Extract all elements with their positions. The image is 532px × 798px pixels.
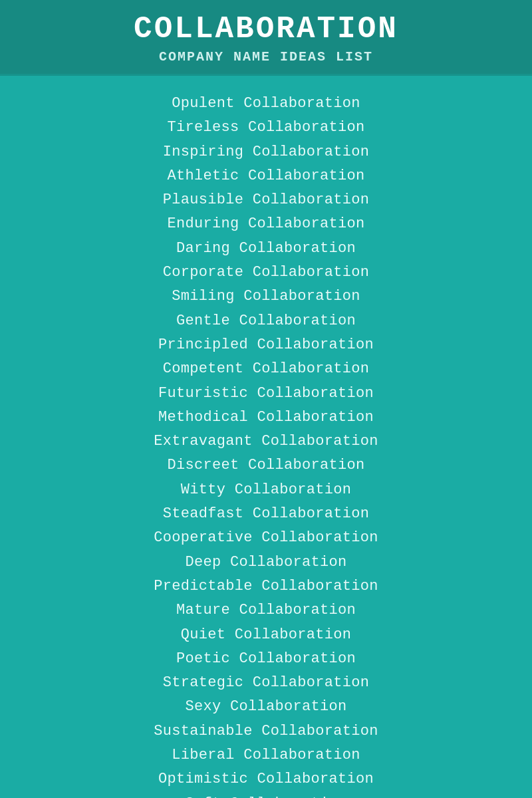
list-item: Liberal Collaboration: [40, 743, 492, 767]
list-item: Extravagant Collaboration: [40, 430, 492, 454]
list-item: Gentle Collaboration: [40, 309, 492, 333]
list-item: Mature Collaboration: [40, 598, 492, 622]
list-item: Quiet Collaboration: [40, 623, 492, 647]
list-item: Futuristic Collaboration: [40, 382, 492, 406]
page-wrapper: COLLABORATION COMPANY NAME IDEAS LIST Op…: [0, 0, 532, 798]
list-item: Smiling Collaboration: [40, 285, 492, 309]
list-item: Opulent Collaboration: [40, 92, 492, 116]
list-item: Enduring Collaboration: [40, 212, 492, 236]
list-item: Tireless Collaboration: [40, 116, 492, 140]
list-item: Methodical Collaboration: [40, 406, 492, 430]
list-item: Steadfast Collaboration: [40, 502, 492, 526]
list-item: Competent Collaboration: [40, 357, 492, 381]
list-item: Plausible Collaboration: [40, 188, 492, 212]
list-item: Athletic Collaboration: [40, 164, 492, 188]
list-item: Strategic Collaboration: [40, 671, 492, 695]
page-subtitle: COMPANY NAME IDEAS LIST: [13, 49, 519, 65]
page-title: COLLABORATION: [13, 12, 519, 47]
list-item: Discreet Collaboration: [40, 454, 492, 477]
list-item: Deep Collaboration: [40, 551, 492, 575]
list-item: Sustainable Collaboration: [40, 720, 492, 743]
list-item: Sexy Collaboration: [40, 695, 492, 719]
list-item: Poetic Collaboration: [40, 647, 492, 671]
list-item: Daring Collaboration: [40, 237, 492, 261]
list-item: Soft Collaboration: [40, 792, 492, 798]
list-item: Optimistic Collaboration: [40, 767, 492, 791]
list-item: Witty Collaboration: [40, 478, 492, 502]
list-item: Cooperative Collaboration: [40, 526, 492, 550]
list-item: Inspiring Collaboration: [40, 140, 492, 164]
names-list: Opulent CollaborationTireless Collaborat…: [0, 74, 532, 798]
list-item: Predictable Collaboration: [40, 575, 492, 598]
header: COLLABORATION COMPANY NAME IDEAS LIST: [0, 0, 532, 74]
list-item: Corporate Collaboration: [40, 261, 492, 285]
list-item: Principled Collaboration: [40, 333, 492, 357]
